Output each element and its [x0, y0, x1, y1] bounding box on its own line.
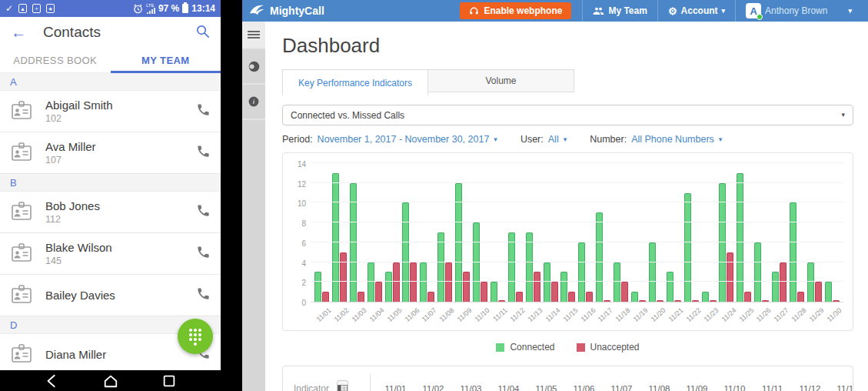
bar-unaccepted[interactable] — [445, 262, 452, 302]
bar-connected[interactable] — [437, 232, 444, 302]
bar-connected[interactable] — [491, 282, 497, 302]
bar-unaccepted[interactable] — [639, 300, 646, 302]
contact-row[interactable]: Bailey Davies — [0, 275, 221, 316]
bar-unaccepted[interactable] — [427, 292, 434, 302]
dialpad-fab[interactable] — [178, 319, 213, 354]
bar-unaccepted[interactable] — [657, 300, 663, 302]
bar-group — [560, 272, 575, 302]
bar-connected[interactable] — [719, 183, 726, 302]
bar-connected[interactable] — [350, 183, 357, 302]
bar-unaccepted[interactable] — [498, 300, 505, 302]
bar-connected[interactable] — [702, 292, 709, 302]
bar-unaccepted[interactable] — [463, 272, 470, 302]
contact-row[interactable]: Bob Jones112 — [0, 192, 221, 233]
tab-volume[interactable]: Volume — [428, 69, 574, 92]
nav-home-icon[interactable] — [102, 373, 119, 389]
bar-unaccepted[interactable] — [568, 292, 575, 302]
bar-connected[interactable] — [508, 232, 515, 302]
x-tick-label: 11/04 — [367, 302, 382, 329]
contrast-toggle-button[interactable] — [242, 49, 265, 85]
signal-icon: LTE — [146, 3, 155, 14]
bar-connected[interactable] — [314, 272, 321, 302]
bar-connected[interactable] — [614, 262, 620, 302]
bar-connected[interactable] — [332, 173, 339, 302]
bar-connected[interactable] — [737, 173, 743, 302]
table-view-button[interactable] — [337, 380, 348, 391]
period-value[interactable]: November 1, 2017 - November 30, 2017 — [318, 134, 490, 145]
contact-row[interactable]: Abigail Smith102 — [0, 91, 221, 132]
bar-unaccepted[interactable] — [393, 262, 400, 302]
menu-button[interactable] — [242, 22, 265, 49]
bar-connected[interactable] — [825, 282, 832, 302]
nav-recents-icon[interactable] — [161, 373, 177, 389]
bar-group — [455, 183, 470, 302]
bar-connected[interactable] — [544, 262, 550, 302]
bar-unaccepted[interactable] — [551, 282, 558, 302]
bar-unaccepted[interactable] — [744, 292, 751, 302]
bar-connected[interactable] — [790, 202, 796, 302]
bar-unaccepted[interactable] — [375, 282, 382, 302]
bar-unaccepted[interactable] — [815, 282, 822, 302]
user-value[interactable]: All — [548, 134, 559, 145]
bar-unaccepted[interactable] — [534, 272, 540, 302]
contacts-app-bar: ← Contacts — [0, 17, 221, 48]
bar-connected[interactable] — [596, 212, 603, 302]
number-value[interactable]: All Phone Numbers — [631, 134, 714, 145]
bar-unaccepted[interactable] — [710, 300, 717, 302]
info-button[interactable]: i — [242, 85, 265, 120]
bar-unaccepted[interactable] — [797, 292, 804, 302]
bar-connected[interactable] — [560, 272, 567, 302]
bar-connected[interactable] — [772, 272, 779, 302]
bar-unaccepted[interactable] — [410, 262, 417, 302]
contact-row[interactable]: Blake Wilson145 — [0, 233, 221, 275]
search-icon[interactable] — [195, 24, 210, 42]
y-tick-label: 8 — [301, 219, 306, 228]
bar-unaccepted[interactable] — [762, 300, 769, 302]
call-icon[interactable] — [196, 144, 211, 162]
call-icon[interactable] — [196, 245, 211, 262]
bar-unaccepted[interactable] — [780, 262, 787, 302]
bar-connected[interactable] — [526, 232, 533, 302]
brand[interactable]: MightyCall — [248, 4, 324, 18]
contact-row[interactable]: Ava Miller107 — [0, 132, 221, 174]
x-tick-label: 11/07 — [420, 302, 434, 329]
bar-unaccepted[interactable] — [322, 292, 329, 302]
bar-unaccepted[interactable] — [604, 300, 610, 302]
bar-unaccepted[interactable] — [727, 252, 733, 302]
bar-connected[interactable] — [385, 272, 392, 302]
metric-select[interactable]: Connected vs. Missed Calls ▾ — [282, 105, 853, 125]
bar-connected[interactable] — [649, 242, 656, 302]
my-team-button[interactable]: My Team — [582, 0, 657, 22]
tab-address-book[interactable]: ADDRESS BOOK — [0, 48, 111, 72]
bar-unaccepted[interactable] — [621, 282, 628, 302]
bar-unaccepted[interactable] — [340, 252, 347, 302]
nav-back-icon[interactable] — [45, 373, 60, 389]
bar-unaccepted[interactable] — [358, 292, 364, 302]
bar-connected[interactable] — [667, 272, 673, 302]
bar-connected[interactable] — [367, 262, 374, 302]
call-icon[interactable] — [196, 286, 211, 304]
back-arrow-icon[interactable]: ← — [11, 24, 26, 42]
bar-unaccepted[interactable] — [674, 300, 681, 302]
bar-connected[interactable] — [684, 193, 691, 302]
enable-webphone-button[interactable]: Enable webphone — [460, 2, 571, 19]
tab-key-performance-indicators[interactable]: Key Performance Indicators — [282, 69, 428, 95]
bar-connected[interactable] — [578, 242, 585, 302]
bar-unaccepted[interactable] — [586, 292, 593, 302]
bar-unaccepted[interactable] — [833, 300, 840, 302]
bar-connected[interactable] — [631, 292, 638, 302]
tab-my-team[interactable]: MY TEAM — [111, 48, 221, 72]
bar-connected[interactable] — [420, 262, 427, 302]
call-icon[interactable] — [196, 203, 211, 221]
bar-connected[interactable] — [807, 262, 814, 302]
bar-connected[interactable] — [455, 183, 462, 302]
bar-unaccepted[interactable] — [481, 282, 487, 302]
bar-unaccepted[interactable] — [516, 292, 523, 302]
bar-unaccepted[interactable] — [692, 300, 699, 302]
bar-connected[interactable] — [402, 202, 409, 302]
account-menu[interactable]: ⚙ Account ▾ — [657, 0, 735, 22]
user-menu[interactable]: A Anthony Brown ▾ — [735, 0, 862, 22]
call-icon[interactable] — [196, 102, 211, 120]
bar-connected[interactable] — [754, 242, 761, 302]
battery-percent: 97 % — [158, 3, 179, 14]
